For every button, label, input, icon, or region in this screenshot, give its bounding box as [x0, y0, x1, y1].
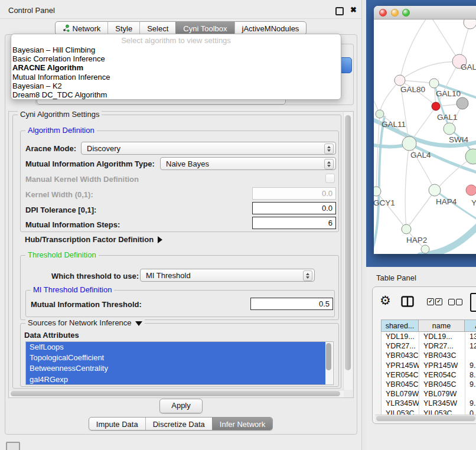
- tab-jactivemnodules[interactable]: jActiveMNodules: [234, 22, 307, 34]
- network-window[interactable]: GALGAL80GAL10GAL1GAL11SWI4GAL4GCY1HAP4YH…: [374, 6, 476, 254]
- network-node[interactable]: [429, 79, 439, 88]
- table-cell: [465, 351, 476, 360]
- cyni-algorithm-settings-group: Cyni Algorithm Settings Algorithm Defini…: [12, 115, 341, 389]
- attribute-item-betweennesscentrality[interactable]: BetweennessCentrality: [26, 363, 325, 374]
- tab-network[interactable]: Network: [56, 22, 108, 34]
- network-node[interactable]: [395, 75, 405, 86]
- collapsed-panel-icon[interactable]: [6, 442, 20, 450]
- attribute-item-topologicalcoefficient[interactable]: TopologicalCoefficient: [26, 353, 325, 363]
- unchecked-checkbox-icon[interactable]: [448, 299, 455, 305]
- hub-transcription-factor-expander[interactable]: Hub/Transcription Factor Definition: [25, 235, 162, 244]
- control-panel-titlebar[interactable]: Control Panel ✖: [0, 3, 361, 19]
- columns-icon[interactable]: [401, 296, 414, 309]
- dpi-tolerance-label: DPI Tolerance [0,1]:: [25, 206, 96, 214]
- table-row[interactable]: YBR045CYBR045C9.: [382, 380, 476, 389]
- table-cell: [465, 389, 476, 399]
- kernel-width-label: Kernel Width (0,1):: [25, 190, 93, 199]
- column-header-name[interactable]: name: [419, 319, 465, 332]
- attribute-item-gal4rgexp[interactable]: gal4RGexp: [26, 374, 325, 385]
- network-edge: [400, 19, 428, 80]
- network-node-label: GAL4: [410, 151, 431, 159]
- table-cell: 9.: [465, 399, 476, 408]
- table-cell: YLR345W: [382, 399, 419, 408]
- algorithm-option-basic-correlation-inference[interactable]: Basic Correlation Inference: [11, 54, 341, 63]
- algorithm-option-bayesian-hill-climbing[interactable]: Bayesian – Hill Climbing: [11, 45, 341, 54]
- table-row[interactable]: YBL079WYBL079W: [382, 389, 476, 399]
- table-row[interactable]: YBR043CYBR043C: [382, 351, 476, 360]
- tab-style[interactable]: Style: [107, 22, 139, 34]
- network-desktop: GALGAL80GAL10GAL1GAL11SWI4GAL4GCY1HAP4YH…: [366, 0, 476, 267]
- network-node-label: GAL: [461, 63, 476, 71]
- checked-checkbox-icon[interactable]: ✓: [435, 298, 442, 305]
- which-threshold-select[interactable]: MI Threshold: [140, 269, 315, 282]
- table-row[interactable]: YLR345WYLR345W9.: [382, 399, 476, 408]
- table-cell: YPR145W: [419, 361, 465, 370]
- attribute-item-selfloops[interactable]: SelfLoops: [26, 342, 325, 353]
- unchecked-checkbox-icon[interactable]: [456, 299, 462, 305]
- table-cell: 13: [465, 332, 476, 341]
- table-hscroll-thumb[interactable]: [376, 416, 475, 421]
- column-header-shared[interactable]: shared...: [381, 319, 419, 332]
- minimize-traffic-button[interactable]: [391, 9, 399, 17]
- network-node[interactable]: [402, 224, 411, 234]
- mi-threshold-field[interactable]: [250, 298, 333, 310]
- settings-vscroll-thumb[interactable]: [345, 115, 351, 370]
- network-node[interactable]: [421, 245, 429, 253]
- document-icon[interactable]: [470, 293, 476, 312]
- collapsed-arrow-icon[interactable]: [158, 236, 162, 243]
- float-panel-icon[interactable]: [335, 7, 344, 15]
- algorithm-option-dream8-dc-tdc-algorithm[interactable]: Dream8 DC_TDC Algorithm: [11, 90, 341, 99]
- network-node[interactable]: [432, 102, 440, 110]
- dpi-tolerance-field[interactable]: [252, 202, 336, 214]
- close-panel-icon[interactable]: ✖: [350, 5, 357, 14]
- network-view[interactable]: GALGAL80GAL10GAL1GAL11SWI4GAL4GCY1HAP4YH…: [374, 19, 476, 254]
- algorithm-option-mutual-information-inference[interactable]: Mutual Information Inference: [11, 73, 341, 81]
- algorithm-option-aracne-algorithm[interactable]: ARACNE Algorithm: [11, 63, 341, 72]
- table-row[interactable]: YDR27...YDR27...12: [382, 341, 476, 351]
- tab-discretize-data[interactable]: Discretize Data: [145, 418, 212, 430]
- checked-checkbox-icon[interactable]: ✓: [427, 298, 434, 305]
- network-node[interactable]: [402, 136, 416, 151]
- network-node-label: SWI4: [449, 135, 468, 144]
- tab-label: Discretize Data: [153, 420, 205, 429]
- table-row[interactable]: YER054CYER054C8.: [382, 370, 476, 380]
- network-node[interactable]: [374, 187, 381, 196]
- settings-hscroll-thumb[interactable]: [11, 391, 340, 396]
- table-cell: YER054C: [419, 370, 465, 380]
- table-row[interactable]: YDL19...YDL19...13: [382, 332, 476, 341]
- mi-threshold-label: Mutual Information Threshold:: [31, 300, 142, 309]
- network-node[interactable]: [444, 123, 455, 135]
- network-node[interactable]: [429, 184, 441, 196]
- control-panel-title: Control Panel: [8, 6, 55, 15]
- mi-algorithm-type-select[interactable]: Naive Bayes: [160, 157, 336, 170]
- network-node[interactable]: [466, 185, 476, 195]
- mi-threshold-group-title: MI Threshold Definition: [31, 285, 114, 294]
- expanded-arrow-icon: [135, 321, 142, 326]
- tab-impute-data[interactable]: Impute Data: [89, 418, 145, 430]
- attributes-list-scroll-thumb[interactable]: [326, 343, 331, 370]
- network-node-label: GAL80: [400, 85, 425, 94]
- network-node[interactable]: [457, 97, 468, 109]
- tab-infer-network[interactable]: Infer Network: [212, 418, 272, 430]
- tab-cyni-toolbox[interactable]: Cyni Toolbox: [175, 22, 234, 34]
- aracne-mode-select[interactable]: Discovery: [81, 142, 336, 155]
- apply-button[interactable]: Apply: [159, 399, 203, 413]
- table-row[interactable]: YPR145WYPR145W9.: [382, 361, 476, 370]
- network-node[interactable]: [376, 110, 384, 118]
- stepper-icon[interactable]: [303, 270, 312, 281]
- stepper-icon[interactable]: [324, 144, 334, 154]
- network-node[interactable]: [465, 149, 476, 164]
- gear-icon[interactable]: ⚙: [380, 294, 391, 308]
- algorithm-option-bayesian-k2[interactable]: Bayesian – K2: [11, 81, 341, 90]
- mi-steps-field[interactable]: [252, 217, 336, 229]
- network-edge: [407, 191, 435, 229]
- network-node-label: GAL1: [437, 113, 458, 122]
- tab-select[interactable]: Select: [139, 22, 175, 34]
- zoom-traffic-button[interactable]: [402, 9, 410, 17]
- stepper-icon[interactable]: [324, 159, 334, 169]
- close-traffic-button[interactable]: [379, 9, 387, 17]
- network-window-titlebar[interactable]: [374, 6, 476, 19]
- network-node[interactable]: [464, 19, 476, 29]
- threshold-definition-group: Threshold Definition Which threshold to …: [20, 255, 339, 320]
- column-header-a[interactable]: A: [465, 319, 476, 332]
